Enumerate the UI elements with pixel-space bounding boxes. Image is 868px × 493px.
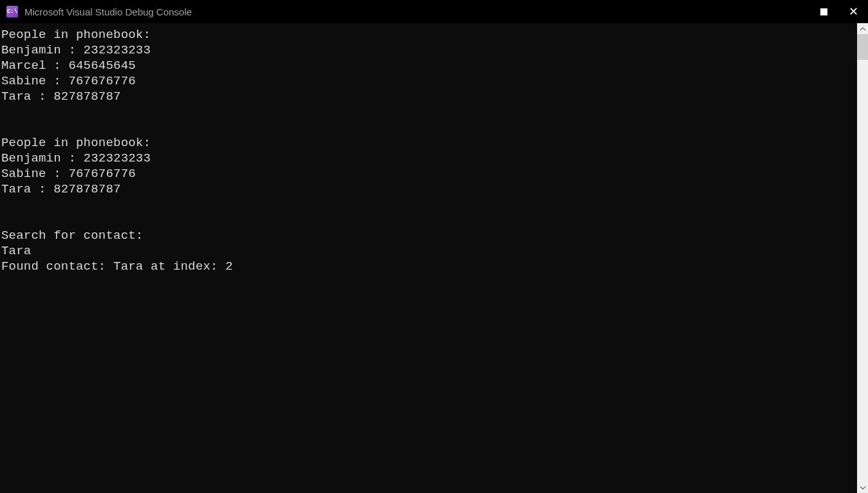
titlebar[interactable]: C:\ Microsoft Visual Studio Debug Consol…	[0, 0, 868, 23]
window-title: Microsoft Visual Studio Debug Console	[24, 6, 192, 17]
chevron-up-icon	[860, 26, 866, 32]
close-icon: ✕	[849, 6, 858, 17]
scroll-track[interactable]	[857, 34, 868, 482]
maximize-button[interactable]	[809, 0, 838, 23]
close-button[interactable]: ✕	[838, 0, 868, 23]
console-area[interactable]: People in phonebook: Benjamin : 23232323…	[0, 23, 868, 493]
window-controls: ✕	[809, 0, 868, 23]
vertical-scrollbar[interactable]	[857, 23, 868, 493]
scroll-up-arrow[interactable]	[857, 23, 868, 34]
app-icon: C:\	[6, 6, 18, 17]
maximize-icon	[820, 8, 827, 15]
console-output: People in phonebook: Benjamin : 23232323…	[0, 23, 868, 275]
scroll-down-arrow[interactable]	[857, 482, 868, 493]
scroll-thumb[interactable]	[857, 34, 868, 60]
chevron-down-icon	[860, 485, 866, 491]
